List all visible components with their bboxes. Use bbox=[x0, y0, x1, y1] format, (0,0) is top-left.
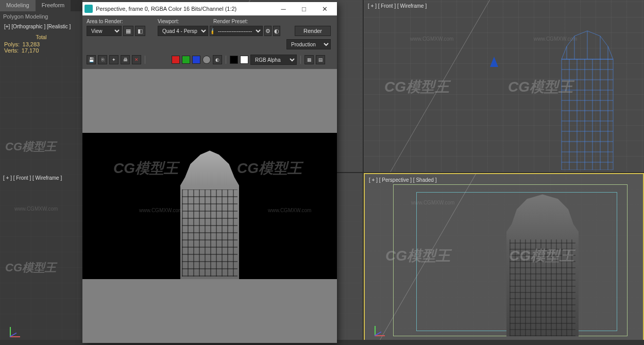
stats-verts: Verts: 17,170 bbox=[4, 47, 78, 54]
copy-image-button[interactable]: ⎘ bbox=[98, 55, 107, 64]
stats-total-label: Total bbox=[4, 34, 78, 40]
axis-gizmo[interactable] bbox=[8, 322, 23, 337]
close-button[interactable]: ✕ bbox=[314, 2, 335, 15]
render-output: CG模型王 CG模型王 www.CGMXW.com www.CGMXW.com bbox=[82, 133, 337, 279]
edit-region-button[interactable]: ▦ bbox=[123, 26, 133, 36]
channel-display-select[interactable]: RGB Alpha bbox=[250, 55, 297, 65]
scene-statistics: Total Polys: 13,283 Verts: 17,170 bbox=[0, 31, 82, 57]
render-toolbar-row2: 💾 ⎘ ✦ 🖶 ✕ ◐ RGB Alpha ▦ ▤ bbox=[82, 53, 337, 69]
watermark-url: www.CGMXW.com bbox=[268, 208, 311, 213]
watermark: CG模型王 bbox=[237, 159, 302, 178]
render-button[interactable]: Render bbox=[295, 26, 331, 36]
bg-white-swatch[interactable] bbox=[240, 56, 248, 64]
render-mode-select[interactable]: Production bbox=[286, 39, 331, 49]
camera-cone-icon bbox=[490, 57, 498, 67]
channel-blue-button[interactable] bbox=[192, 56, 200, 64]
render-preset-select[interactable]: ----------------------- bbox=[213, 26, 263, 36]
channel-red-button[interactable] bbox=[172, 56, 180, 64]
toggle-ui-button[interactable]: ▤ bbox=[316, 55, 325, 64]
viewport-top-right[interactable]: [ + ] [ Front ] [ Wireframe ] bbox=[364, 0, 644, 172]
rendered-building bbox=[171, 145, 248, 279]
minimize-button[interactable]: ─ bbox=[273, 2, 294, 15]
channel-alpha-button[interactable] bbox=[202, 56, 211, 64]
viewport-label-br[interactable]: [ + ] [ Perspective ] [ Shaded ] bbox=[369, 177, 436, 183]
clear-button[interactable]: ✕ bbox=[132, 55, 141, 64]
watermark: CG模型王 bbox=[113, 159, 178, 178]
viewport-mode-label[interactable]: [+] [Orthographic ] [Realistic ] bbox=[0, 22, 82, 31]
monochrome-button[interactable]: ◐ bbox=[213, 55, 222, 64]
render-window-titlebar[interactable]: Perspective, frame 0, RGBA Color 16 Bits… bbox=[82, 2, 337, 15]
maximize-button[interactable]: □ bbox=[294, 2, 314, 15]
render-toolbar-row1: Area to Render: View ▦ ◧ Viewport: Quad … bbox=[82, 15, 337, 53]
viewport-select-label: Viewport: bbox=[158, 19, 209, 24]
stats-polys: Polys: 13,283 bbox=[4, 41, 78, 47]
axis-gizmo[interactable] bbox=[372, 321, 388, 336]
ribbon-tabs: Modeling Freeform bbox=[0, 0, 82, 11]
tab-modeling[interactable]: Modeling bbox=[0, 0, 36, 11]
toggle-overlay-button[interactable]: ▦ bbox=[304, 55, 314, 64]
render-frame-window[interactable]: Perspective, frame 0, RGBA Color 16 Bits… bbox=[82, 2, 337, 343]
bg-black-swatch[interactable] bbox=[230, 56, 238, 64]
render-setup-button[interactable]: ⚙ bbox=[264, 26, 272, 36]
environment-button[interactable]: ◐ bbox=[273, 26, 280, 36]
tab-freeform[interactable]: Freeform bbox=[36, 0, 71, 11]
section-polygon-modeling: Polygon Modeling bbox=[0, 11, 82, 22]
clone-button[interactable]: ✦ bbox=[109, 55, 118, 64]
auto-region-button[interactable]: ◧ bbox=[135, 26, 145, 36]
area-to-render-label: Area to Render: bbox=[87, 19, 154, 24]
wireframe-building bbox=[551, 10, 623, 170]
print-button[interactable]: 🖶 bbox=[121, 55, 130, 64]
viewport-bottom-right[interactable]: [ + ] [ Perspective ] [ Shaded ] CG模型王 C… bbox=[364, 173, 644, 345]
render-window-title: Perspective, frame 0, RGBA Color 16 Bits… bbox=[96, 6, 273, 12]
area-to-render-select[interactable]: View bbox=[87, 26, 122, 36]
viewport-label-bl[interactable]: [ + ] [ Front ] [ Wireframe ] bbox=[3, 175, 62, 181]
render-canvas[interactable]: CG模型王 CG模型王 www.CGMXW.com www.CGMXW.com bbox=[82, 69, 337, 343]
watermark-url: www.CGMXW.com bbox=[139, 208, 182, 213]
render-preset-label: Render Preset: bbox=[213, 19, 280, 24]
channel-green-button[interactable] bbox=[182, 56, 190, 64]
viewport-label-tr[interactable]: [ + ] [ Front ] [ Wireframe ] bbox=[368, 3, 427, 9]
app-icon bbox=[84, 5, 93, 13]
left-sidebar: Modeling Freeform Polygon Modeling [+] [… bbox=[0, 0, 82, 345]
viewport-select[interactable]: Quad 4 - Perspec bbox=[158, 26, 208, 36]
save-image-button[interactable]: 💾 bbox=[87, 55, 96, 64]
